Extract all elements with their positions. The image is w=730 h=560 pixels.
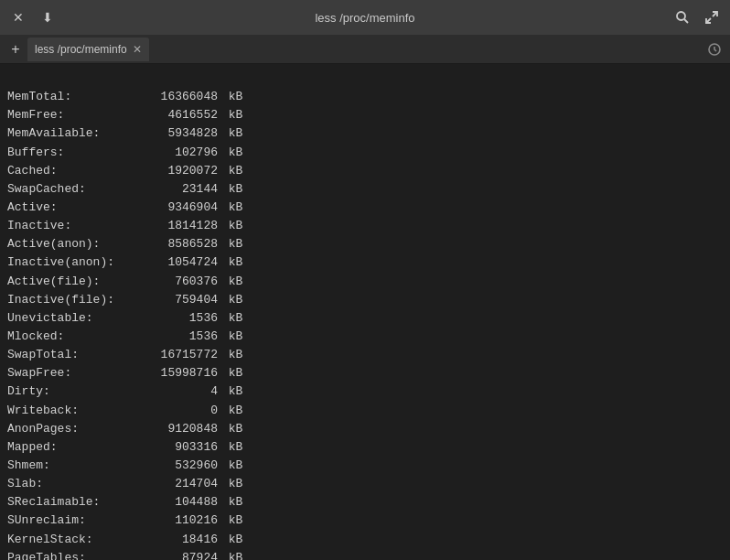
- tab-bar: + less /proc/meminfo ✕: [0, 35, 730, 64]
- mem-key: SwapFree:: [7, 364, 135, 382]
- mem-key: PageTables:: [7, 549, 135, 560]
- mem-value: 759404: [135, 291, 218, 309]
- table-row: SwapCached:23144 kB: [7, 180, 723, 199]
- mem-unit: kB: [218, 162, 242, 180]
- mem-unit: kB: [218, 199, 242, 217]
- maximize-icon: [704, 10, 719, 25]
- mem-unit: kB: [218, 457, 242, 475]
- mem-key: Dirty:: [7, 382, 135, 401]
- mem-unit: kB: [218, 402, 242, 420]
- mem-unit: kB: [218, 420, 242, 438]
- mem-value: 0: [135, 402, 218, 420]
- table-row: MemTotal:16366048 kB: [7, 88, 723, 106]
- mem-key: Active(anon):: [7, 235, 135, 253]
- title-bar-left: ✕ ⬇: [7, 6, 59, 28]
- mem-key: Inactive(anon):: [7, 253, 135, 272]
- mem-value: 903316: [135, 438, 218, 457]
- table-row: AnonPages:9120848 kB: [7, 420, 723, 438]
- mem-value: 1536: [135, 309, 218, 328]
- table-row: Active(anon):8586528 kB: [7, 235, 723, 253]
- mem-value: 4616552: [135, 106, 218, 124]
- title-bar-right: [671, 6, 723, 28]
- table-row: Inactive(file):759404 kB: [7, 291, 723, 309]
- mem-unit: kB: [218, 235, 242, 253]
- mem-key: Writeback:: [7, 402, 135, 420]
- mem-value: 18416: [135, 531, 218, 549]
- mem-unit: kB: [218, 124, 242, 143]
- mem-value: 9346904: [135, 199, 218, 217]
- tab-label: less /proc/meminfo: [35, 43, 127, 56]
- mem-unit: kB: [218, 273, 242, 291]
- mem-key: MemFree:: [7, 106, 135, 124]
- mem-unit: kB: [218, 438, 242, 457]
- table-row: Active(file):760376 kB: [7, 273, 723, 291]
- table-row: Dirty:4 kB: [7, 382, 723, 401]
- mem-key: Active(file):: [7, 273, 135, 291]
- table-row: Unevictable:1536 kB: [7, 309, 723, 328]
- table-row: MemFree:4616552 kB: [7, 106, 723, 124]
- mem-key: SUnreclaim:: [7, 512, 135, 530]
- title-bar: ✕ ⬇ less /proc/meminfo: [0, 0, 730, 35]
- mem-unit: kB: [218, 549, 242, 560]
- mem-unit: kB: [218, 493, 242, 512]
- mem-key: Active:: [7, 199, 135, 217]
- mem-unit: kB: [218, 328, 242, 346]
- history-icon: [707, 42, 722, 57]
- new-tab-button[interactable]: +: [4, 38, 27, 61]
- search-button[interactable]: [671, 6, 693, 28]
- mem-key: Mapped:: [7, 438, 135, 457]
- mem-value: 104488: [135, 493, 218, 512]
- tab-history-button[interactable]: [703, 38, 726, 61]
- table-row: SReclaimable:104488 kB: [7, 493, 723, 512]
- table-row: Mapped:903316 kB: [7, 438, 723, 457]
- table-row: SwapFree:15998716 kB: [7, 364, 723, 382]
- mem-key: Slab:: [7, 475, 135, 493]
- mem-value: 1054724: [135, 253, 218, 272]
- mem-unit: kB: [218, 106, 242, 124]
- mem-value: 110216: [135, 512, 218, 530]
- tab-meminfo[interactable]: less /proc/meminfo ✕: [27, 38, 149, 61]
- mem-unit: kB: [218, 475, 242, 493]
- table-row: Inactive:1814128 kB: [7, 217, 723, 235]
- mem-value: 1536: [135, 328, 218, 346]
- mem-key: KernelStack:: [7, 531, 135, 549]
- mem-value: 16715772: [135, 346, 218, 364]
- download-button[interactable]: ⬇: [37, 6, 59, 28]
- mem-key: MemTotal:: [7, 88, 135, 106]
- table-row: Mlocked:1536 kB: [7, 328, 723, 346]
- download-icon: ⬇: [42, 10, 53, 25]
- mem-value: 23144: [135, 180, 218, 199]
- mem-key: Cached:: [7, 162, 135, 180]
- mem-unit: kB: [218, 253, 242, 272]
- table-row: MemAvailable:5934828 kB: [7, 124, 723, 143]
- tab-close-button[interactable]: ✕: [133, 44, 142, 55]
- mem-value: 532960: [135, 457, 218, 475]
- mem-value: 15998716: [135, 364, 218, 382]
- mem-unit: kB: [218, 144, 242, 162]
- table-row: PageTables:87924 kB: [7, 549, 723, 560]
- mem-unit: kB: [218, 346, 242, 364]
- table-row: Shmem:532960 kB: [7, 457, 723, 475]
- mem-unit: kB: [218, 88, 242, 106]
- mem-value: 1814128: [135, 217, 218, 235]
- search-icon: [675, 10, 690, 25]
- svg-line-1: [684, 19, 688, 23]
- meminfo-content: MemTotal:16366048 kBMemFree:4616552 kBMe…: [0, 64, 730, 560]
- mem-key: SwapCached:: [7, 180, 135, 199]
- mem-value: 4: [135, 382, 218, 401]
- mem-value: 5934828: [135, 124, 218, 143]
- table-row: SwapTotal:16715772 kB: [7, 346, 723, 364]
- maximize-button[interactable]: [701, 6, 723, 28]
- table-row: Writeback:0 kB: [7, 402, 723, 420]
- svg-point-0: [677, 12, 685, 20]
- window-title: less /proc/meminfo: [315, 11, 414, 25]
- mem-unit: kB: [218, 180, 242, 199]
- mem-unit: kB: [218, 291, 242, 309]
- mem-key: MemAvailable:: [7, 124, 135, 143]
- table-row: Slab:214704 kB: [7, 475, 723, 493]
- mem-key: Shmem:: [7, 457, 135, 475]
- mem-key: Inactive(file):: [7, 291, 135, 309]
- close-button[interactable]: ✕: [7, 6, 29, 28]
- mem-unit: kB: [218, 217, 242, 235]
- mem-value: 760376: [135, 273, 218, 291]
